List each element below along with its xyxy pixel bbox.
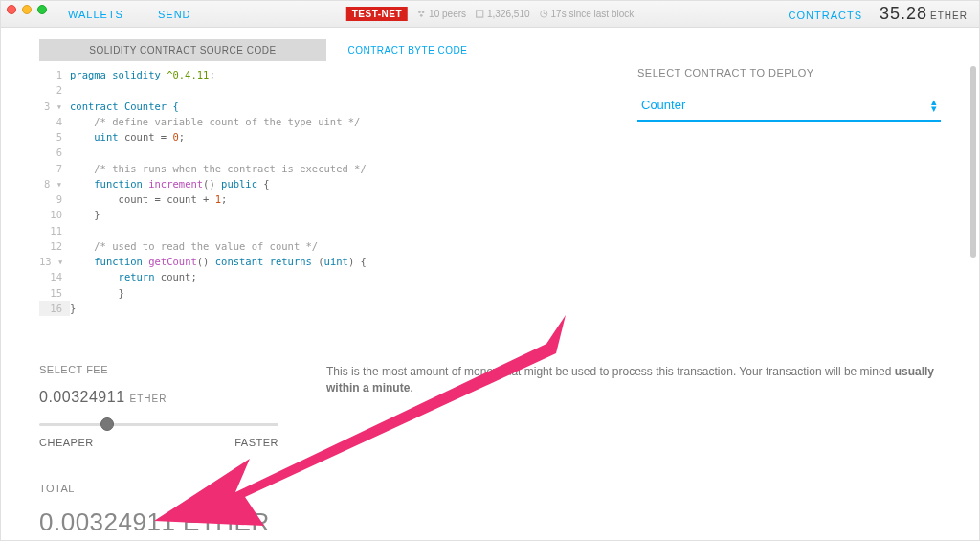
- balance-amount: 35.28: [880, 4, 927, 23]
- svg-point-2: [420, 14, 423, 17]
- fee-slider[interactable]: [39, 416, 278, 433]
- nav-send[interactable]: SEND: [158, 9, 191, 20]
- block-status: 1,326,510: [476, 9, 530, 19]
- total-label: TOTAL: [39, 483, 941, 494]
- nav-wallets[interactable]: WALLETS: [68, 9, 123, 20]
- nav-contracts[interactable]: CONTRACTS: [789, 10, 862, 21]
- select-contract-label: SELECT CONTRACT TO DEPLOY: [637, 67, 941, 79]
- top-bar: WALLETS SEND TEST-NET 10 peers 1,326,510…: [1, 1, 979, 28]
- fee-explanation: This is the most amount of money that mi…: [326, 364, 941, 448]
- slider-thumb[interactable]: [100, 417, 114, 431]
- fee-value: 0.00324911 ETHER: [39, 389, 278, 406]
- balance: 35.28 ETHER: [880, 4, 968, 24]
- select-chevrons-icon: ▴▾: [931, 99, 937, 112]
- contract-select-value: Counter: [641, 98, 685, 112]
- total-value: 0.00324911 ETHER: [39, 507, 941, 537]
- tab-source-code[interactable]: SOLIDITY CONTRACT SOURCE CODE: [39, 39, 326, 61]
- zoom-window-icon[interactable]: [37, 5, 47, 14]
- scrollbar[interactable]: [970, 66, 976, 258]
- editor-tabs: SOLIDITY CONTRACT SOURCE CODE CONTRACT B…: [39, 39, 941, 61]
- contract-select[interactable]: Counter ▴▾: [637, 92, 941, 122]
- slider-label-cheaper: CHEAPER: [39, 437, 94, 448]
- peers-status: 10 peers: [417, 9, 466, 19]
- page-body: SOLIDITY CONTRACT SOURCE CODE CONTRACT B…: [1, 28, 979, 540]
- block-icon: [476, 10, 484, 18]
- code-editor[interactable]: 1pragma solidity ^0.4.11; 2 3 ▾contract …: [39, 67, 609, 316]
- svg-rect-3: [477, 11, 483, 17]
- network-badge: TEST-NET: [346, 7, 408, 21]
- balance-unit: ETHER: [930, 11, 968, 21]
- svg-point-0: [418, 11, 421, 13]
- peers-icon: [417, 10, 426, 18]
- fee-label: SELECT FEE: [39, 364, 278, 375]
- select-contract-panel: SELECT CONTRACT TO DEPLOY Counter ▴▾: [637, 61, 941, 316]
- svg-point-1: [422, 11, 425, 13]
- minimize-window-icon[interactable]: [22, 5, 32, 14]
- clock-icon: [540, 10, 548, 18]
- time-status: 17s since last block: [540, 9, 635, 19]
- slider-track: [39, 423, 278, 426]
- close-window-icon[interactable]: [7, 5, 16, 14]
- tab-bytecode[interactable]: CONTRACT BYTE CODE: [326, 39, 489, 61]
- window-traffic-lights[interactable]: [7, 5, 47, 14]
- slider-label-faster: FASTER: [234, 437, 278, 448]
